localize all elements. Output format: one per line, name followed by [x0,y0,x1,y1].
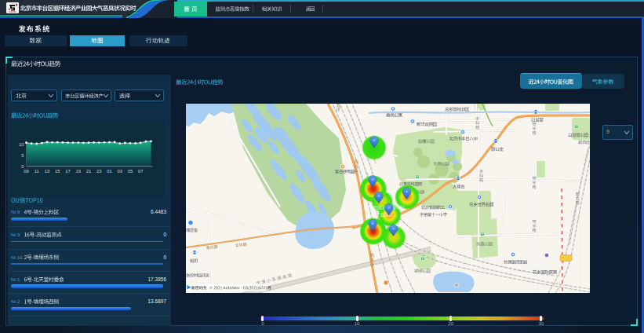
svg-text:17: 17 [65,169,70,174]
svg-text:09: 09 [24,169,28,174]
svg-text:05: 05 [128,169,133,174]
svg-text:13: 13 [45,169,49,174]
svg-text:21: 21 [86,169,91,174]
svg-text:11: 11 [35,169,39,174]
svg-text:19: 19 [76,169,81,174]
svg-text:0: 0 [21,163,24,168]
svg-text:10: 10 [19,142,24,147]
svg-text:15: 15 [55,169,60,174]
svg-text:01: 01 [107,169,111,174]
svg-text:5: 5 [21,153,24,158]
svg-text:23: 23 [96,169,101,174]
svg-text:07: 07 [138,169,143,174]
svg-text:03: 03 [118,169,122,174]
